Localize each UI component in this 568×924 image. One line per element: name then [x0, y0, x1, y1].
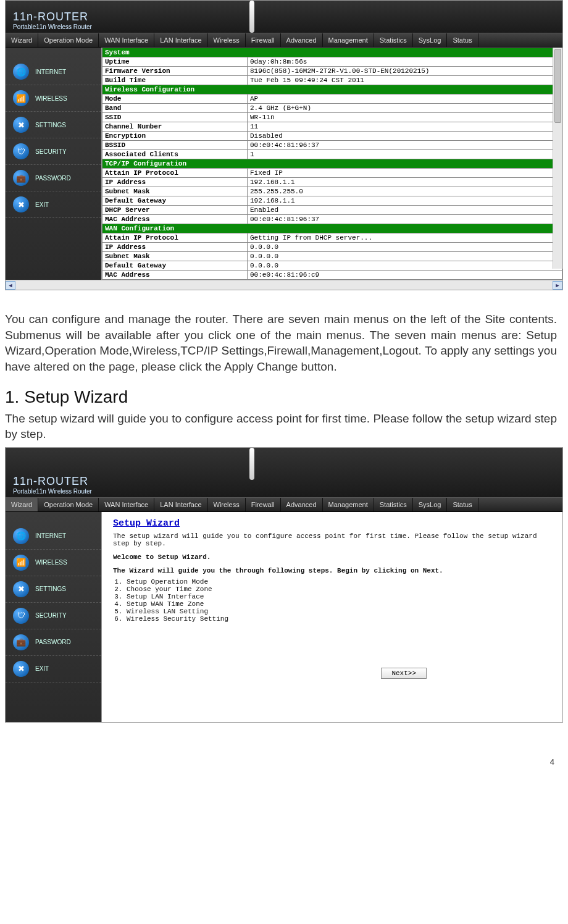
- sidebar-item-password[interactable]: 💼PASSWORD: [6, 629, 101, 656]
- exit-icon: ✖: [13, 661, 29, 677]
- row-label: IP Address: [102, 243, 248, 252]
- nav-wireless[interactable]: Wireless: [208, 498, 246, 511]
- nav-lan-interface[interactable]: LAN Interface: [154, 33, 207, 47]
- table-row: IP Address0.0.0.0: [102, 243, 562, 252]
- brand-line1: 11n-ROUTER: [13, 476, 92, 488]
- sidebar-item-settings[interactable]: ✖SETTINGS: [6, 112, 101, 138]
- nav-operation-mode[interactable]: Operation Mode: [38, 498, 99, 511]
- row-label: Default Gateway: [102, 196, 248, 206]
- internet-icon: 🌐: [13, 64, 29, 80]
- brand-line1: 11n-ROUTER: [13, 11, 92, 23]
- internet-icon: 🌐: [13, 528, 29, 544]
- table-row: Band2.4 GHz (B+G+N): [102, 104, 562, 113]
- settings-icon: ✖: [13, 581, 29, 597]
- table-row: BSSID00:e0:4c:81:96:37: [102, 141, 562, 150]
- security-icon: 🛡: [13, 608, 29, 624]
- section-header: Wireless Configuration: [102, 85, 562, 94]
- nav-firewall[interactable]: Firewall: [246, 33, 281, 47]
- section-heading: 1. Setup Wizard: [0, 380, 568, 411]
- intro-paragraph: You can configure and manage the router.…: [0, 300, 568, 380]
- section-header: System: [102, 48, 562, 57]
- sidebar-item-internet[interactable]: 🌐INTERNET: [6, 59, 101, 85]
- table-row: Associated Clients1: [102, 150, 562, 159]
- row-value: WR-11n: [248, 113, 562, 122]
- row-value: Disabled: [248, 132, 562, 141]
- sidebar-item-security[interactable]: 🛡SECURITY: [6, 138, 101, 165]
- row-label: Attain IP Protocol: [102, 169, 248, 178]
- nav-wizard[interactable]: Wizard: [6, 33, 38, 47]
- row-value: 00:e0:4c:81:96:37: [248, 215, 562, 224]
- row-value: 8196c(858)-16M2M-2T2R-V1.00-STD-EN(20120…: [248, 67, 562, 76]
- table-row: Attain IP ProtocolFixed IP: [102, 169, 562, 178]
- sidebar-item-settings[interactable]: ✖SETTINGS: [6, 576, 101, 603]
- security-icon: 🛡: [13, 143, 29, 159]
- nav-syslog[interactable]: SysLog: [413, 498, 448, 511]
- wizard-step: Setup WAN Time Zone: [127, 600, 551, 608]
- page-number: 4: [0, 733, 568, 771]
- table-row: EncryptionDisabled: [102, 132, 562, 141]
- row-label: MAC Address: [102, 271, 248, 280]
- exit-icon: ✖: [13, 196, 29, 212]
- nav-advanced[interactable]: Advanced: [281, 498, 323, 511]
- sidebar-item-exit[interactable]: ✖EXIT: [6, 191, 101, 218]
- nav-management[interactable]: Management: [323, 498, 374, 511]
- nav-statistics[interactable]: Statistics: [374, 33, 413, 47]
- nav-wan-interface[interactable]: WAN Interface: [99, 33, 154, 47]
- row-label: Subnet Mask: [102, 252, 248, 261]
- scroll-left-icon[interactable]: ◄: [6, 281, 15, 290]
- table-row: Default Gateway192.168.1.1: [102, 196, 562, 206]
- nav-management[interactable]: Management: [323, 33, 374, 47]
- nav-status[interactable]: Status: [447, 498, 478, 511]
- password-icon: 💼: [13, 634, 29, 650]
- password-icon: 💼: [13, 170, 29, 186]
- nav-status[interactable]: Status: [447, 33, 478, 47]
- scroll-right-icon[interactable]: ►: [553, 281, 562, 290]
- row-label: Mode: [102, 94, 248, 104]
- navbar: WizardOperation ModeWAN InterfaceLAN Int…: [6, 33, 562, 48]
- table-row: Firmware Version8196c(858)-16M2M-2T2R-V1…: [102, 67, 562, 76]
- nav-advanced[interactable]: Advanced: [281, 33, 323, 47]
- wizard-welcome: Welcome to Setup Wizard.: [113, 553, 551, 561]
- wizard-step: Setup LAN Interface: [127, 593, 551, 600]
- nav-wizard[interactable]: Wizard: [6, 498, 38, 511]
- wizard-step: Wireless Security Setting: [127, 615, 551, 623]
- sidebar-item-exit[interactable]: ✖EXIT: [6, 656, 101, 682]
- row-value: Enabled: [248, 206, 562, 215]
- nav-wireless[interactable]: Wireless: [208, 33, 246, 47]
- row-value: 192.168.1.1: [248, 178, 562, 187]
- row-label: Firmware Version: [102, 67, 248, 76]
- row-value: Fixed IP: [248, 169, 562, 178]
- wizard-subtitle: The setup wizard will guide you to confi…: [113, 532, 551, 547]
- row-value: 0.0.0.0: [248, 243, 562, 252]
- sidebar-item-label: INTERNET: [35, 69, 66, 75]
- antenna-graphic: [249, 448, 254, 480]
- sidebar-item-label: SECURITY: [35, 148, 67, 155]
- table-row: SSIDWR-11n: [102, 113, 562, 122]
- sidebar-item-label: INTERNET: [35, 532, 66, 539]
- sidebar-item-internet[interactable]: 🌐INTERNET: [6, 523, 101, 550]
- table-row: Attain IP ProtocolGetting IP from DHCP s…: [102, 233, 562, 243]
- horizontal-scrollbar[interactable]: ◄ ►: [6, 280, 562, 290]
- nav-firewall[interactable]: Firewall: [246, 498, 281, 511]
- brand-line2: Portable11n Wireless Router: [13, 488, 92, 495]
- row-value: 255.255.255.0: [248, 187, 562, 196]
- row-label: Build Time: [102, 76, 248, 85]
- nav-wan-interface[interactable]: WAN Interface: [99, 498, 154, 511]
- nav-statistics[interactable]: Statistics: [374, 498, 413, 511]
- wizard-step: Wireless LAN Setting: [127, 608, 551, 615]
- nav-lan-interface[interactable]: LAN Interface: [154, 498, 207, 511]
- sidebar-item-security[interactable]: 🛡SECURITY: [6, 603, 101, 629]
- next-button[interactable]: Next>>: [381, 668, 427, 679]
- sidebar-item-label: WIRELESS: [35, 95, 67, 102]
- sidebar-item-wireless[interactable]: 📶WIRELESS: [6, 85, 101, 112]
- nav-operation-mode[interactable]: Operation Mode: [38, 33, 99, 47]
- sidebar-item-password[interactable]: 💼PASSWORD: [6, 165, 101, 191]
- sidebar-item-label: SETTINGS: [35, 122, 66, 128]
- vertical-scrollbar[interactable]: [553, 48, 562, 269]
- nav-syslog[interactable]: SysLog: [413, 33, 448, 47]
- row-label: Encryption: [102, 132, 248, 141]
- sidebar-item-wireless[interactable]: 📶WIRELESS: [6, 550, 101, 576]
- row-label: IP Address: [102, 178, 248, 187]
- row-value: 2.4 GHz (B+G+N): [248, 104, 562, 113]
- wireless-icon: 📶: [13, 555, 29, 571]
